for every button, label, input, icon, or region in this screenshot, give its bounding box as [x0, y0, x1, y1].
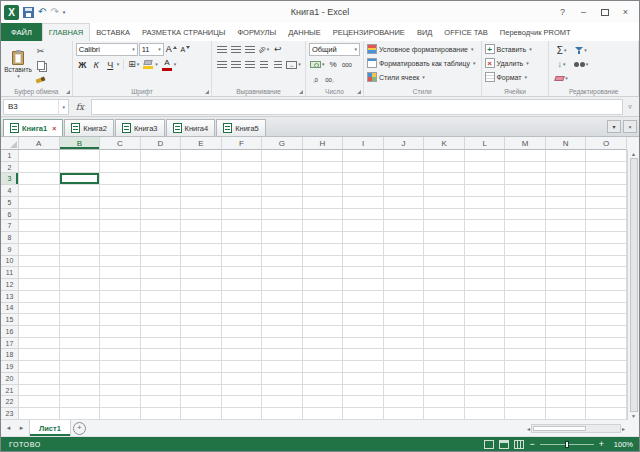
- cell[interactable]: [384, 385, 425, 397]
- ribbon-tab-data[interactable]: ДАННЫЕ: [282, 23, 327, 41]
- cell[interactable]: [343, 267, 384, 279]
- cell[interactable]: [303, 396, 344, 408]
- cell[interactable]: [60, 197, 101, 209]
- zoom-out-button[interactable]: −: [529, 440, 534, 449]
- cell[interactable]: [424, 385, 465, 397]
- cell[interactable]: [384, 267, 425, 279]
- ribbon-tab-promt-translator[interactable]: Переводчик PROMT: [494, 23, 577, 41]
- cell[interactable]: [586, 267, 627, 279]
- cell[interactable]: [465, 232, 506, 244]
- workbook-tab-4[interactable]: Книга4: [166, 119, 216, 136]
- cell[interactable]: [343, 185, 384, 197]
- ribbon-tab-view[interactable]: ВИД: [411, 23, 438, 41]
- cell[interactable]: [19, 408, 60, 420]
- cell[interactable]: [181, 385, 222, 397]
- merge-center-button[interactable]: ↔▾: [285, 58, 302, 71]
- cell[interactable]: [465, 162, 506, 174]
- cell[interactable]: [262, 385, 303, 397]
- cell[interactable]: [303, 408, 344, 420]
- cell[interactable]: [465, 267, 506, 279]
- cell[interactable]: [465, 291, 506, 303]
- cell[interactable]: [19, 150, 60, 162]
- cell[interactable]: [546, 162, 587, 174]
- undo-icon[interactable]: ↶: [38, 7, 46, 17]
- cell[interactable]: [100, 303, 141, 315]
- decrease-decimal-button[interactable]: 00,: [323, 73, 336, 86]
- conditional-formatting-button[interactable]: Условное форматирование ▾: [365, 42, 480, 56]
- cell[interactable]: [465, 244, 506, 256]
- column-header-J[interactable]: J: [384, 137, 425, 150]
- horizontal-scrollbar-thumb[interactable]: [533, 426, 586, 431]
- cell[interactable]: [100, 232, 141, 244]
- cell[interactable]: [60, 232, 101, 244]
- cell[interactable]: [343, 303, 384, 315]
- cell[interactable]: [262, 267, 303, 279]
- cell[interactable]: [343, 338, 384, 350]
- cell[interactable]: [586, 314, 627, 326]
- column-header-G[interactable]: G: [262, 137, 303, 150]
- cell[interactable]: [465, 220, 506, 232]
- cell[interactable]: [60, 162, 101, 174]
- cell[interactable]: [384, 256, 425, 268]
- cell[interactable]: [343, 150, 384, 162]
- cell[interactable]: [546, 185, 587, 197]
- percent-style-button[interactable]: %: [326, 58, 339, 71]
- column-header-E[interactable]: E: [181, 137, 222, 150]
- cell[interactable]: [303, 173, 344, 185]
- cell[interactable]: [465, 150, 506, 162]
- scroll-down-icon[interactable]: ▼: [631, 413, 636, 419]
- cell[interactable]: [384, 220, 425, 232]
- cell[interactable]: [60, 396, 101, 408]
- cell[interactable]: [222, 150, 263, 162]
- column-header-K[interactable]: K: [424, 137, 465, 150]
- increase-decimal-button[interactable]: ,0: [309, 73, 322, 86]
- cell[interactable]: [465, 385, 506, 397]
- cell[interactable]: [19, 338, 60, 350]
- cell[interactable]: [384, 150, 425, 162]
- cell[interactable]: [141, 267, 182, 279]
- cell[interactable]: [60, 338, 101, 350]
- cell[interactable]: [181, 349, 222, 361]
- cell[interactable]: [141, 279, 182, 291]
- cell[interactable]: [19, 361, 60, 373]
- cell[interactable]: [505, 291, 546, 303]
- cell[interactable]: [181, 338, 222, 350]
- cell[interactable]: [19, 220, 60, 232]
- cell[interactable]: [465, 373, 506, 385]
- copy-button[interactable]: [34, 59, 47, 72]
- cell[interactable]: [384, 361, 425, 373]
- zoom-in-button[interactable]: +: [599, 440, 604, 449]
- cell[interactable]: [546, 291, 587, 303]
- cell[interactable]: [222, 232, 263, 244]
- cell[interactable]: [546, 197, 587, 209]
- cell[interactable]: [424, 267, 465, 279]
- cell[interactable]: [222, 349, 263, 361]
- cell[interactable]: [19, 396, 60, 408]
- cell[interactable]: [100, 408, 141, 420]
- name-box[interactable]: B3 ▾: [3, 99, 69, 115]
- cell[interactable]: [181, 408, 222, 420]
- cell[interactable]: [303, 185, 344, 197]
- cell[interactable]: [181, 279, 222, 291]
- formula-input[interactable]: [91, 99, 623, 115]
- workbook-tab-1[interactable]: Книга1×: [3, 119, 63, 136]
- cell[interactable]: [343, 326, 384, 338]
- cell[interactable]: [60, 244, 101, 256]
- cell[interactable]: [19, 385, 60, 397]
- row-header-1[interactable]: 1: [1, 150, 19, 162]
- cell[interactable]: [141, 291, 182, 303]
- cell[interactable]: [465, 361, 506, 373]
- row-header-3[interactable]: 3: [1, 173, 19, 185]
- cell[interactable]: [60, 385, 101, 397]
- cell[interactable]: [384, 162, 425, 174]
- cell[interactable]: [384, 244, 425, 256]
- cell[interactable]: [384, 326, 425, 338]
- cell[interactable]: [181, 396, 222, 408]
- cell[interactable]: [546, 173, 587, 185]
- cell[interactable]: [100, 326, 141, 338]
- cell[interactable]: [546, 349, 587, 361]
- cell[interactable]: [303, 314, 344, 326]
- cell[interactable]: [100, 361, 141, 373]
- align-right-button[interactable]: [243, 58, 256, 71]
- row-header-18[interactable]: 18: [1, 349, 19, 361]
